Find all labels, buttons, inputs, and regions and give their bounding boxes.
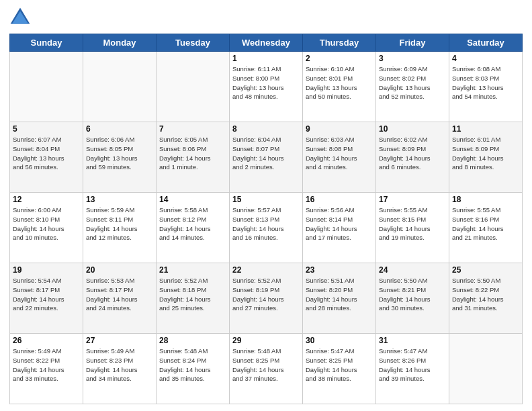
- day-number: 2: [306, 54, 373, 63]
- calendar-cell: 26Sunrise: 5:49 AM Sunset: 8:22 PM Dayli…: [10, 334, 83, 404]
- day-info: Sunrise: 6:03 AM Sunset: 8:08 PM Dayligh…: [306, 135, 373, 172]
- day-info: Sunrise: 6:10 AM Sunset: 8:01 PM Dayligh…: [306, 64, 373, 101]
- day-number: 22: [232, 265, 300, 275]
- calendar-cell: 24Sunrise: 5:50 AM Sunset: 8:21 PM Dayli…: [376, 263, 449, 334]
- calendar-cell: 31Sunrise: 5:47 AM Sunset: 8:26 PM Dayli…: [376, 334, 449, 404]
- day-info: Sunrise: 5:53 AM Sunset: 8:17 PM Dayligh…: [86, 276, 153, 313]
- day-number: 30: [306, 336, 373, 345]
- calendar-week-row: 26Sunrise: 5:49 AM Sunset: 8:22 PM Dayli…: [10, 334, 523, 404]
- calendar-cell: 19Sunrise: 5:54 AM Sunset: 8:17 PM Dayli…: [10, 263, 83, 334]
- day-number: 23: [306, 265, 373, 275]
- day-number: 10: [379, 124, 446, 134]
- calendar-cell: 6Sunrise: 6:06 AM Sunset: 8:05 PM Daylig…: [83, 122, 157, 193]
- day-number: 11: [452, 124, 519, 134]
- day-info: Sunrise: 5:50 AM Sunset: 8:22 PM Dayligh…: [452, 276, 519, 313]
- day-info: Sunrise: 5:47 AM Sunset: 8:25 PM Dayligh…: [306, 347, 373, 383]
- day-number: 1: [232, 54, 300, 63]
- day-number: 12: [13, 195, 80, 204]
- day-info: Sunrise: 5:49 AM Sunset: 8:23 PM Dayligh…: [86, 347, 153, 383]
- calendar-cell: 8Sunrise: 6:04 AM Sunset: 8:07 PM Daylig…: [230, 122, 303, 193]
- day-info: Sunrise: 5:47 AM Sunset: 8:26 PM Dayligh…: [379, 347, 446, 383]
- day-info: Sunrise: 6:05 AM Sunset: 8:06 PM Dayligh…: [159, 135, 226, 172]
- calendar-cell: 10Sunrise: 6:02 AM Sunset: 8:09 PM Dayli…: [376, 122, 449, 193]
- day-number: 3: [379, 54, 446, 63]
- day-number: 6: [86, 124, 153, 134]
- day-info: Sunrise: 6:07 AM Sunset: 8:04 PM Dayligh…: [13, 135, 80, 172]
- day-number: 5: [13, 124, 80, 134]
- calendar-cell: 30Sunrise: 5:47 AM Sunset: 8:25 PM Dayli…: [303, 334, 376, 404]
- day-info: Sunrise: 6:01 AM Sunset: 8:09 PM Dayligh…: [452, 135, 519, 172]
- day-info: Sunrise: 6:08 AM Sunset: 8:03 PM Dayligh…: [452, 64, 519, 101]
- day-number: 31: [379, 336, 446, 345]
- calendar-cell: 27Sunrise: 5:49 AM Sunset: 8:23 PM Dayli…: [83, 334, 157, 404]
- day-info: Sunrise: 6:00 AM Sunset: 8:10 PM Dayligh…: [13, 205, 80, 242]
- calendar-cell: 14Sunrise: 5:58 AM Sunset: 8:12 PM Dayli…: [157, 193, 230, 263]
- weekday-header-saturday: Saturday: [449, 34, 523, 52]
- day-number: 19: [13, 265, 80, 275]
- day-info: Sunrise: 5:48 AM Sunset: 8:24 PM Dayligh…: [159, 347, 226, 383]
- day-info: Sunrise: 5:48 AM Sunset: 8:25 PM Dayligh…: [232, 347, 300, 383]
- weekday-header-friday: Friday: [376, 34, 449, 52]
- day-info: Sunrise: 6:09 AM Sunset: 8:02 PM Dayligh…: [379, 64, 446, 101]
- calendar-cell: 17Sunrise: 5:55 AM Sunset: 8:15 PM Dayli…: [376, 193, 449, 263]
- day-number: 29: [232, 336, 300, 345]
- calendar-cell: 12Sunrise: 6:00 AM Sunset: 8:10 PM Dayli…: [10, 193, 83, 263]
- day-info: Sunrise: 5:57 AM Sunset: 8:13 PM Dayligh…: [232, 205, 300, 242]
- calendar-cell: [449, 334, 523, 404]
- day-number: 26: [13, 336, 80, 345]
- day-info: Sunrise: 5:58 AM Sunset: 8:12 PM Dayligh…: [159, 205, 226, 242]
- day-info: Sunrise: 6:04 AM Sunset: 8:07 PM Dayligh…: [232, 135, 300, 172]
- day-info: Sunrise: 5:56 AM Sunset: 8:14 PM Dayligh…: [306, 205, 373, 242]
- logo: [9, 7, 34, 28]
- logo-icon: [9, 7, 31, 28]
- weekday-header-monday: Monday: [83, 34, 157, 52]
- day-number: 24: [379, 265, 446, 275]
- weekday-header-sunday: Sunday: [10, 34, 83, 52]
- calendar-cell: 23Sunrise: 5:51 AM Sunset: 8:20 PM Dayli…: [303, 263, 376, 334]
- day-number: 21: [159, 265, 226, 275]
- calendar-cell: [83, 52, 157, 122]
- calendar-cell: 20Sunrise: 5:53 AM Sunset: 8:17 PM Dayli…: [83, 263, 157, 334]
- day-info: Sunrise: 5:51 AM Sunset: 8:20 PM Dayligh…: [306, 276, 373, 313]
- day-info: Sunrise: 6:11 AM Sunset: 8:00 PM Dayligh…: [232, 64, 300, 101]
- calendar-body: 1Sunrise: 6:11 AM Sunset: 8:00 PM Daylig…: [10, 52, 523, 404]
- calendar-table: SundayMondayTuesdayWednesdayThursdayFrid…: [9, 34, 523, 404]
- calendar-cell: 4Sunrise: 6:08 AM Sunset: 8:03 PM Daylig…: [449, 52, 523, 122]
- calendar-cell: 15Sunrise: 5:57 AM Sunset: 8:13 PM Dayli…: [230, 193, 303, 263]
- day-number: 7: [159, 124, 226, 134]
- weekday-header-tuesday: Tuesday: [157, 34, 230, 52]
- calendar-cell: 9Sunrise: 6:03 AM Sunset: 8:08 PM Daylig…: [303, 122, 376, 193]
- day-info: Sunrise: 6:06 AM Sunset: 8:05 PM Dayligh…: [86, 135, 153, 172]
- day-info: Sunrise: 5:52 AM Sunset: 8:18 PM Dayligh…: [159, 276, 226, 313]
- calendar-week-row: 19Sunrise: 5:54 AM Sunset: 8:17 PM Dayli…: [10, 263, 523, 334]
- calendar-cell: 21Sunrise: 5:52 AM Sunset: 8:18 PM Dayli…: [157, 263, 230, 334]
- header: [9, 7, 523, 28]
- day-info: Sunrise: 5:49 AM Sunset: 8:22 PM Dayligh…: [13, 347, 80, 383]
- calendar-cell: 16Sunrise: 5:56 AM Sunset: 8:14 PM Dayli…: [303, 193, 376, 263]
- calendar-cell: 25Sunrise: 5:50 AM Sunset: 8:22 PM Dayli…: [449, 263, 523, 334]
- day-number: 20: [86, 265, 153, 275]
- day-number: 16: [306, 195, 373, 204]
- calendar-header-row: SundayMondayTuesdayWednesdayThursdayFrid…: [10, 34, 523, 52]
- calendar-week-row: 12Sunrise: 6:00 AM Sunset: 8:10 PM Dayli…: [10, 193, 523, 263]
- weekday-header-thursday: Thursday: [303, 34, 376, 52]
- day-info: Sunrise: 6:02 AM Sunset: 8:09 PM Dayligh…: [379, 135, 446, 172]
- day-number: 4: [452, 54, 519, 63]
- weekday-header-wednesday: Wednesday: [230, 34, 303, 52]
- day-info: Sunrise: 5:55 AM Sunset: 8:15 PM Dayligh…: [379, 205, 446, 242]
- calendar-week-row: 5Sunrise: 6:07 AM Sunset: 8:04 PM Daylig…: [10, 122, 523, 193]
- day-number: 27: [86, 336, 153, 345]
- day-info: Sunrise: 5:50 AM Sunset: 8:21 PM Dayligh…: [379, 276, 446, 313]
- day-number: 13: [86, 195, 153, 204]
- calendar-cell: 5Sunrise: 6:07 AM Sunset: 8:04 PM Daylig…: [10, 122, 83, 193]
- day-number: 8: [232, 124, 300, 134]
- day-number: 9: [306, 124, 373, 134]
- day-number: 18: [452, 195, 519, 204]
- calendar-cell: 29Sunrise: 5:48 AM Sunset: 8:25 PM Dayli…: [230, 334, 303, 404]
- day-info: Sunrise: 5:59 AM Sunset: 8:11 PM Dayligh…: [86, 205, 153, 242]
- day-number: 25: [452, 265, 519, 275]
- calendar-cell: 7Sunrise: 6:05 AM Sunset: 8:06 PM Daylig…: [157, 122, 230, 193]
- calendar-cell: 1Sunrise: 6:11 AM Sunset: 8:00 PM Daylig…: [230, 52, 303, 122]
- page: SundayMondayTuesdayWednesdayThursdayFrid…: [0, 0, 532, 411]
- day-number: 28: [159, 336, 226, 345]
